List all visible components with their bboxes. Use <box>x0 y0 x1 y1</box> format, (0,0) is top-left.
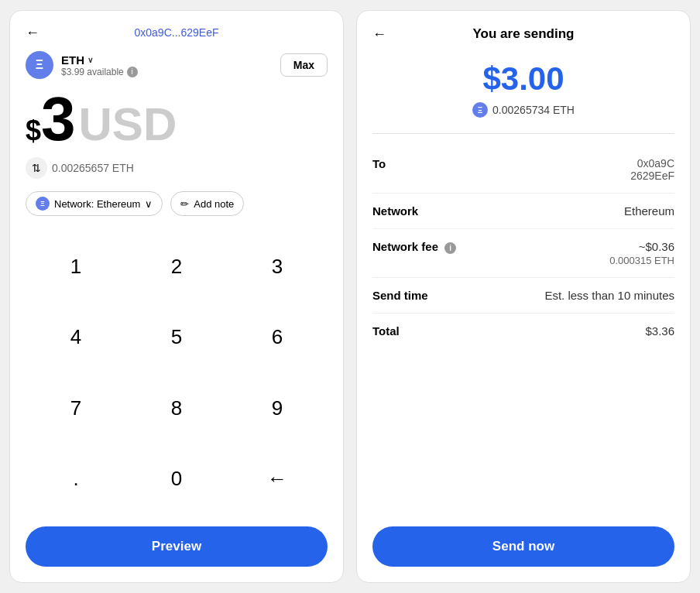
confirm-back-button[interactable]: ← <box>372 26 386 43</box>
preview-button[interactable]: Preview <box>26 526 328 567</box>
token-chevron-icon: ∨ <box>88 56 93 64</box>
token-name-row[interactable]: ETH ∨ <box>61 53 138 67</box>
send-eth-amount: 0.00265734 ETH <box>492 104 575 116</box>
send-time-value: Est. less than 10 minutes <box>544 289 674 302</box>
add-note-button[interactable]: ✏ Add note <box>170 191 244 216</box>
total-value: $3.36 <box>645 324 674 338</box>
send-now-button[interactable]: Send now <box>372 526 674 567</box>
details-section: To 0x0a9C 2629EeF Network Ethereum Netwo… <box>372 146 674 514</box>
network-detail-value: Ethereum <box>624 204 674 218</box>
numpad-key-3[interactable]: 3 <box>227 231 328 302</box>
numpad-key-7[interactable]: 7 <box>26 373 126 444</box>
send-usd-amount: $3.00 <box>372 60 674 98</box>
token-details: ETH ∨ $3.99 available i <box>61 53 138 77</box>
send-time-row: Send time Est. less than 10 minutes <box>372 278 674 314</box>
to-address-line2: 2629EeF <box>630 170 674 182</box>
network-button[interactable]: Ξ Network: Ethereum ∨ <box>26 191 163 216</box>
fee-label: Network fee i <box>372 240 456 254</box>
confirm-eth-icon: Ξ <box>472 102 488 118</box>
swap-icon[interactable]: ⇅ <box>26 157 47 179</box>
token-info: Ξ ETH ∨ $3.99 available i <box>26 51 138 79</box>
numpad-key-6[interactable]: 6 <box>227 302 328 372</box>
currency-sign: $ <box>26 115 41 147</box>
eth-equivalent: 0.00265657 ETH <box>52 162 134 174</box>
numpad-key-2[interactable]: 2 <box>126 231 227 302</box>
numpad-key-dot[interactable]: . <box>26 444 126 514</box>
send-amount-section: $3.00 Ξ 0.00265734 ETH <box>372 60 674 134</box>
pencil-icon: ✏ <box>180 198 189 210</box>
numpad: 1 2 3 4 5 6 7 8 9 . 0 ← <box>26 231 328 514</box>
amount-value: 3 <box>41 88 76 150</box>
fee-row: Network fee i ~$0.36 0.000315 ETH <box>372 229 674 278</box>
confirm-header: ← You are sending <box>372 26 674 42</box>
token-row: Ξ ETH ∨ $3.99 available i Max <box>26 51 328 79</box>
send-time-label: Send time <box>372 289 428 302</box>
total-label: Total <box>372 324 400 338</box>
to-address-line1: 0x0a9C <box>637 157 674 170</box>
confirm-title: You are sending <box>473 26 575 42</box>
balance-info-icon[interactable]: i <box>127 67 138 77</box>
to-address-block: 0x0a9C 2629EeF <box>630 157 674 182</box>
total-row: Total $3.36 <box>372 314 674 348</box>
network-label: Network: Ethereum <box>54 198 140 210</box>
network-eth-icon: Ξ <box>36 197 50 211</box>
amount-unit: USD <box>79 98 177 151</box>
address-display[interactable]: 0x0a9C...629EeF <box>135 26 219 39</box>
numpad-key-8[interactable]: 8 <box>126 373 227 444</box>
fee-usd-value: ~$0.36 <box>639 240 674 253</box>
numpad-key-1[interactable]: 1 <box>26 231 126 302</box>
max-button[interactable]: Max <box>280 53 328 77</box>
token-balance: $3.99 available i <box>61 67 138 77</box>
numpad-key-9[interactable]: 9 <box>227 373 328 444</box>
network-chevron-icon: ∨ <box>145 198 153 210</box>
back-button[interactable]: ← <box>26 25 39 41</box>
add-note-label: Add note <box>194 198 234 210</box>
send-eth-row: Ξ 0.00265734 ETH <box>372 102 674 118</box>
network-row: Network Ethereum <box>372 194 674 229</box>
amount-display: $ 3 USD <box>26 88 328 151</box>
token-name-label: ETH <box>61 53 84 67</box>
fee-info-icon[interactable]: i <box>444 242 456 254</box>
network-detail-label: Network <box>372 204 418 218</box>
numpad-key-4[interactable]: 4 <box>26 302 126 372</box>
send-panel: ← 0x0a9C...629EeF Ξ ETH ∨ $3.99 availabl… <box>9 10 344 583</box>
eth-equiv-row: ⇅ 0.00265657 ETH <box>26 157 328 179</box>
eth-token-icon: Ξ <box>26 51 53 79</box>
numpad-key-5[interactable]: 5 <box>126 302 227 372</box>
numpad-key-backspace[interactable]: ← <box>227 444 328 514</box>
options-row: Ξ Network: Ethereum ∨ ✏ Add note <box>26 191 328 216</box>
confirm-panel: ← You are sending $3.00 Ξ 0.00265734 ETH… <box>356 10 691 583</box>
panel1-header: ← 0x0a9C...629EeF <box>26 26 328 39</box>
fee-eth-value: 0.000315 ETH <box>609 255 674 266</box>
numpad-key-0[interactable]: 0 <box>126 444 227 514</box>
to-label: To <box>372 157 386 170</box>
to-row: To 0x0a9C 2629EeF <box>372 146 674 194</box>
fee-value-block: ~$0.36 0.000315 ETH <box>609 240 674 266</box>
